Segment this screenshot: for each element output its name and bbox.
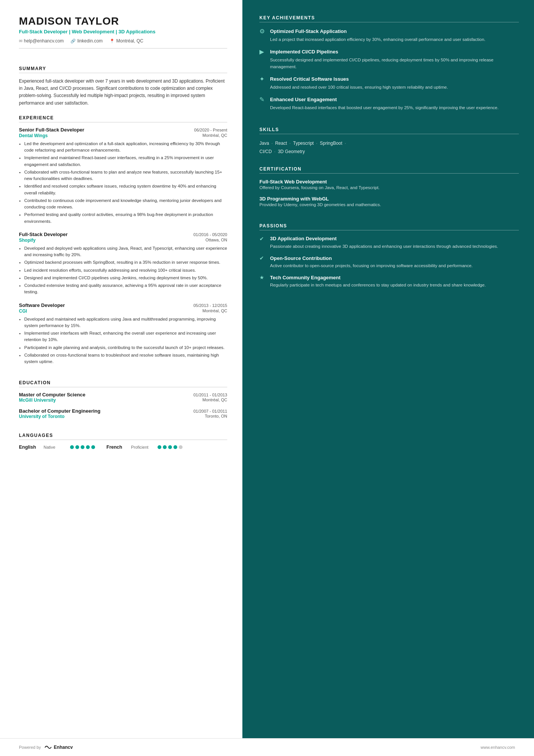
header-divider xyxy=(19,48,227,49)
exp-header-0: Senior Full-Stack Developer 06/2020 - Pr… xyxy=(19,127,227,133)
list-item: Conducted extensive testing and quality … xyxy=(24,282,227,296)
footer-right: www.enhancv.com xyxy=(481,745,515,750)
exp-company-0: Dental Wings xyxy=(19,133,48,138)
edu-school-0: McGill University xyxy=(19,398,56,403)
location-contact: 📍 Montréal, QC xyxy=(109,38,143,44)
skill-5: 3D Geometry xyxy=(278,149,305,154)
lang-item-1: French Proficient xyxy=(106,445,183,450)
summary-section: SUMMARY Experienced full-stack developer… xyxy=(19,66,227,107)
passion-header-0: ✔ 3D Application Development xyxy=(259,236,519,242)
list-item: Collaborated on cross-functional teams t… xyxy=(24,352,227,365)
achievement-header-3: ✎ Enhanced User Engagement xyxy=(259,96,519,103)
dot xyxy=(163,445,167,449)
skill-4: CI/CD xyxy=(259,149,272,154)
linkedin-value: linkedin.com xyxy=(77,38,103,44)
languages-row: English Native French Proficie xyxy=(19,445,227,450)
list-item: Developed and maintained web application… xyxy=(24,316,227,329)
achievement-desc-2: Addressed and resolved over 100 critical… xyxy=(259,84,519,91)
lang-name-1: French xyxy=(106,445,127,450)
lang-name-0: English xyxy=(19,445,40,450)
passions-section-title: PASSIONS xyxy=(259,223,519,230)
logo-icon xyxy=(44,745,52,750)
skill-3: SpringBoot xyxy=(320,141,342,146)
cert-item-0: Full-Stack Web Development Offered by Co… xyxy=(259,179,519,191)
candidate-title: Full-Stack Developer | Web Development |… xyxy=(19,29,227,34)
skills-section-title: SKILLS xyxy=(259,127,519,134)
achievement-item-3: ✎ Enhanced User Engagement Developed Rea… xyxy=(259,96,519,111)
edu-degree-1: Bachelor of Computer Engineering xyxy=(19,408,100,414)
location-value: Montréal, QC xyxy=(116,38,143,44)
dot xyxy=(173,445,177,449)
achievement-desc-1: Successfully designed and implemented CI… xyxy=(259,57,519,70)
languages-section-title: LANGUAGES xyxy=(19,433,227,440)
achievement-item-1: ▶ Implemented CI/CD Pipelines Successful… xyxy=(259,48,519,70)
page-footer: Powered by Enhancv www.enhancv.com xyxy=(0,738,534,756)
passion-item-2: ★ Tech Community Engagement Regularly pa… xyxy=(259,274,519,288)
passion-item-0: ✔ 3D Application Development Passionate … xyxy=(259,236,519,250)
achievement-header-0: ⚙ Optimized Full-Stack Application xyxy=(259,28,519,35)
exp-entry-1: Full-Stack Developer 01/2016 - 05/2020 S… xyxy=(19,232,227,296)
contact-line: ✉ help@enhancv.com 🔗 linkedin.com 📍 Mont… xyxy=(19,38,227,44)
cert-desc-1: Provided by Udemy, covering 3D geometrie… xyxy=(259,202,519,208)
lang-item-0: English Native xyxy=(19,445,95,450)
list-item: Implemented user interfaces with React, … xyxy=(24,330,227,343)
exp-title-1: Full-Stack Developer xyxy=(19,232,68,237)
passion-title-1: Open-Source Contribution xyxy=(270,255,332,261)
skill-0: Java xyxy=(259,141,269,146)
achievement-icon-3: ✎ xyxy=(259,96,267,103)
passion-title-2: Tech Community Engagement xyxy=(270,275,340,280)
exp-company-1: Shopify xyxy=(19,238,36,243)
candidate-name: MADISON TAYLOR xyxy=(19,15,227,27)
exp-sub-1: Shopify Ottawa, ON xyxy=(19,238,227,243)
resume-page: MADISON TAYLOR Full-Stack Developer | We… xyxy=(0,0,534,756)
edu-entry-1: Bachelor of Computer Engineering 01/2007… xyxy=(19,408,227,419)
email-value: help@enhancv.com xyxy=(24,38,64,44)
list-item: Developed and deployed web applications … xyxy=(24,245,227,258)
languages-section: LANGUAGES English Native xyxy=(19,433,227,450)
exp-entry-0: Senior Full-Stack Developer 06/2020 - Pr… xyxy=(19,127,227,225)
summary-section-title: SUMMARY xyxy=(19,66,227,73)
lang-level-0: Native xyxy=(44,445,66,449)
footer-left: Powered by Enhancv xyxy=(19,745,73,750)
skill-sep: · xyxy=(288,141,292,146)
edu-entry-0: Master of Computer Science 01/2011 - 01/… xyxy=(19,392,227,403)
list-item: Collaborated with cross-functional teams… xyxy=(24,169,227,182)
achievement-desc-0: Led a project that increased application… xyxy=(259,36,519,43)
edu-degree-0: Master of Computer Science xyxy=(19,392,86,398)
achievement-header-1: ▶ Implemented CI/CD Pipelines xyxy=(259,48,519,55)
list-item: Led the development and optimization of … xyxy=(24,141,227,154)
exp-location-1: Ottawa, ON xyxy=(206,238,227,243)
achievement-title-2: Resolved Critical Software Issues xyxy=(270,76,349,82)
passion-item-1: ✔ Open-Source Contribution Active contri… xyxy=(259,255,519,269)
key-achievements-title: KEY ACHIEVEMENTS xyxy=(259,15,519,22)
exp-entry-2: Software Developer 05/2013 - 12/2015 CGI… xyxy=(19,302,227,365)
skill-1: React xyxy=(275,141,287,146)
achievement-item-0: ⚙ Optimized Full-Stack Application Led a… xyxy=(259,28,519,43)
powered-by-label: Powered by xyxy=(19,745,41,750)
location-icon: 📍 xyxy=(109,39,115,44)
list-item: Contributed to continuous code improveme… xyxy=(24,197,227,211)
edu-header-0: Master of Computer Science 01/2011 - 01/… xyxy=(19,392,227,398)
list-item: Led incident resolution efforts, success… xyxy=(24,267,227,274)
passion-header-1: ✔ Open-Source Contribution xyxy=(259,255,519,261)
education-section: EDUCATION Master of Computer Science 01/… xyxy=(19,380,227,424)
skill-2: Typescript xyxy=(293,141,314,146)
achievement-title-1: Implemented CI/CD Pipelines xyxy=(270,49,338,55)
achievement-desc-3: Developed React-based interfaces that bo… xyxy=(259,105,519,111)
certification-section-title: CERTIFICATION xyxy=(259,166,519,174)
enhancv-logo: Enhancv xyxy=(44,745,73,750)
email-contact: ✉ help@enhancv.com xyxy=(19,38,64,44)
edu-location-0: Montréal, QC xyxy=(203,398,227,403)
skill-sep: · xyxy=(273,149,277,154)
achievement-icon-0: ⚙ xyxy=(259,28,267,35)
footer-website: www.enhancv.com xyxy=(481,745,515,750)
cert-title-1: 3D Programming with WebGL xyxy=(259,196,519,202)
key-achievements-section: KEY ACHIEVEMENTS ⚙ Optimized Full-Stack … xyxy=(259,15,519,116)
linkedin-icon: 🔗 xyxy=(70,39,76,44)
skills-section: SKILLS Java · React · Typescript · Sprin… xyxy=(259,127,519,156)
achievement-item-2: ✦ Resolved Critical Software Issues Addr… xyxy=(259,75,519,91)
exp-bullets-0: Led the development and optimization of … xyxy=(19,141,227,225)
skill-sep: · xyxy=(344,141,346,146)
list-item: Participated in agile planning and analy… xyxy=(24,344,227,351)
achievement-icon-1: ▶ xyxy=(259,48,267,55)
